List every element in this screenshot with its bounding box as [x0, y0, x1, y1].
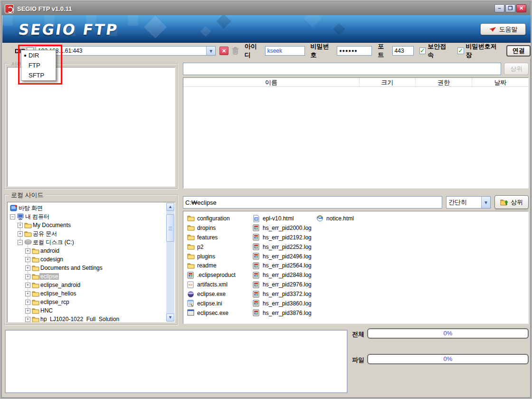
title-bar[interactable]: SEGIO FTP v1.0.11 –❐✕	[2, 2, 530, 15]
tree-item[interactable]: +android	[8, 247, 166, 255]
view-mode-dropdown-icon[interactable]: ▼	[481, 197, 490, 208]
file-item[interactable]: plugins	[187, 252, 236, 261]
file-item[interactable]: .eclipseproduct	[187, 270, 236, 280]
password-input[interactable]: ●●●●●●	[337, 46, 372, 56]
help-button[interactable]: 도움말	[480, 23, 526, 35]
file-item[interactable]: eclipse.exe	[187, 289, 236, 299]
expand-icon[interactable]: +	[25, 274, 30, 279]
expand-icon[interactable]: +	[25, 266, 30, 271]
server-tree-area[interactable]	[7, 67, 175, 187]
log-icon	[187, 272, 195, 279]
server-up-button[interactable]: 상위	[504, 63, 529, 75]
file-item[interactable]: hs_err_pid2192.log	[253, 233, 312, 242]
tree-item[interactable]: +hp_LJ1020-1022_Full_Solution	[8, 315, 166, 323]
file-item[interactable]: hs_err_pid2564.log	[253, 261, 312, 270]
expand-icon[interactable]: +	[25, 257, 30, 262]
tree-scrollbar[interactable]: ▲ ▼	[166, 203, 174, 322]
file-item[interactable]: features	[187, 233, 236, 242]
file-item[interactable]: hs_err_pid3860.log	[253, 299, 312, 308]
tree-item[interactable]: 바탕 화면	[8, 204, 166, 212]
ini-icon	[187, 300, 195, 307]
scroll-up-icon[interactable]: ▲	[166, 203, 174, 211]
tree-item[interactable]: −내 컴퓨터	[8, 212, 166, 221]
secure-connect-checkbox[interactable]: ✓	[419, 48, 426, 54]
expand-icon[interactable]: +	[25, 283, 30, 288]
close-button[interactable]: ✕	[516, 4, 526, 12]
file-item[interactable]: notice.html	[316, 214, 354, 223]
local-file-list[interactable]: configurationdropinsfeaturesp2pluginsrea…	[183, 211, 529, 324]
file-item-label: plugins	[197, 253, 215, 260]
transfer-log-area[interactable]	[5, 330, 347, 393]
file-item-label: configuration	[197, 215, 230, 222]
view-mode-select[interactable]: 간단히 ▼	[446, 196, 491, 209]
folder-icon	[24, 222, 32, 228]
file-item[interactable]: <>artifacts.xml	[187, 280, 236, 289]
tree-item[interactable]: +Documents and Settings	[8, 264, 166, 272]
column-header-0[interactable]: 이름	[183, 78, 360, 86]
tree-item[interactable]: +eclipse_rcp	[8, 298, 166, 306]
file-item[interactable]: hs_err_pid2496.log	[253, 252, 312, 261]
file-item[interactable]: configuration	[187, 214, 236, 223]
clear-address-button[interactable]: ✕	[219, 47, 228, 55]
server-path-input[interactable]	[183, 63, 501, 75]
file-item[interactable]: hs_err_pid2976.log	[253, 280, 312, 289]
app-logo: SEGIO FTP	[17, 21, 119, 38]
expand-icon[interactable]: +	[18, 223, 23, 228]
file-item[interactable]: Wepl-v10.html	[253, 214, 312, 223]
collapse-icon[interactable]: −	[10, 214, 15, 219]
expand-icon[interactable]: +	[25, 317, 30, 322]
file-item[interactable]: eclipse.ini	[187, 299, 236, 308]
address-input[interactable]: 192.168.1.61:443	[36, 46, 216, 56]
mode-menu-item-dir[interactable]: ●DIR	[21, 50, 56, 60]
tree-item[interactable]: +HNC	[8, 306, 166, 315]
expand-icon[interactable]: +	[25, 308, 30, 314]
expand-icon[interactable]: +	[25, 300, 30, 305]
save-password-checkbox[interactable]: ✓	[457, 48, 464, 54]
file-item[interactable]: hs_err_pid3876.log	[253, 308, 312, 318]
column-header-2[interactable]: 권한	[416, 78, 473, 86]
file-item[interactable]: dropins	[187, 223, 236, 233]
maximize-button[interactable]: ❐	[505, 4, 515, 12]
collapse-icon[interactable]: −	[18, 240, 23, 245]
tree-item[interactable]: +My Documents	[8, 221, 166, 229]
file-item[interactable]: hs_err_pid2848.log	[253, 270, 312, 280]
tree-item[interactable]: +eclipse	[8, 272, 166, 281]
mode-menu-item-ftp[interactable]: FTP	[21, 60, 56, 70]
tree-item[interactable]: −로컬 디스크 (C:)	[8, 238, 166, 247]
local-path-input[interactable]: C:₩eclipse	[183, 196, 442, 209]
trash-icon[interactable]	[232, 47, 239, 55]
connection-toolbar: DIR ▼ 192.168.1.61:443 ▼ ✕ 아이디 kseek 비밀번…	[2, 43, 531, 59]
address-dropdown-icon[interactable]: ▼	[206, 47, 215, 55]
server-file-list[interactable]: 이름크기권한날짜	[183, 77, 529, 189]
local-folder-tree[interactable]: 바탕 화면−내 컴퓨터+My Documents+공유 문서−로컬 디스크 (C…	[7, 202, 175, 323]
tree-item[interactable]: +eclipse_helios	[8, 289, 166, 298]
file-item[interactable]: hs_err_pid2000.log	[253, 223, 312, 233]
file-item[interactable]: p2	[187, 242, 236, 252]
tree-item[interactable]: +eclipse_android	[8, 281, 166, 289]
tree-item-label: android	[39, 247, 60, 254]
minimize-button[interactable]: –	[494, 4, 504, 12]
column-header-1[interactable]: 크기	[360, 78, 416, 86]
local-up-button[interactable]: 상위	[494, 195, 529, 209]
mode-dropdown-menu: ●DIRFTPSFTP	[21, 50, 56, 81]
tree-item[interactable]: +공유 문서	[8, 229, 166, 238]
folder-icon	[187, 215, 195, 222]
tree-item[interactable]: +codesign	[8, 255, 166, 264]
scrollbar-thumb[interactable]	[166, 214, 174, 242]
id-input[interactable]: kseek	[265, 46, 305, 56]
file-item-label: hs_err_pid3372.log	[263, 291, 312, 297]
scroll-down-icon[interactable]: ▼	[166, 314, 174, 322]
column-header-3[interactable]: 날짜	[472, 78, 528, 86]
file-item[interactable]: hs_err_pid3372.log	[253, 289, 312, 299]
mode-menu-item-sftp[interactable]: SFTP	[21, 70, 56, 80]
folder-icon	[32, 299, 39, 305]
connect-button[interactable]: 연결	[506, 45, 531, 57]
expand-icon[interactable]: +	[18, 231, 23, 237]
file-item[interactable]: readme	[187, 261, 236, 270]
expand-icon[interactable]: +	[25, 291, 30, 296]
file-item[interactable]: eclipsec.exe	[187, 308, 236, 318]
expand-icon[interactable]: +	[25, 248, 30, 254]
port-input[interactable]: 443	[392, 46, 414, 56]
log-icon	[253, 291, 260, 298]
file-item[interactable]: hs_err_pid2252.log	[253, 242, 312, 252]
